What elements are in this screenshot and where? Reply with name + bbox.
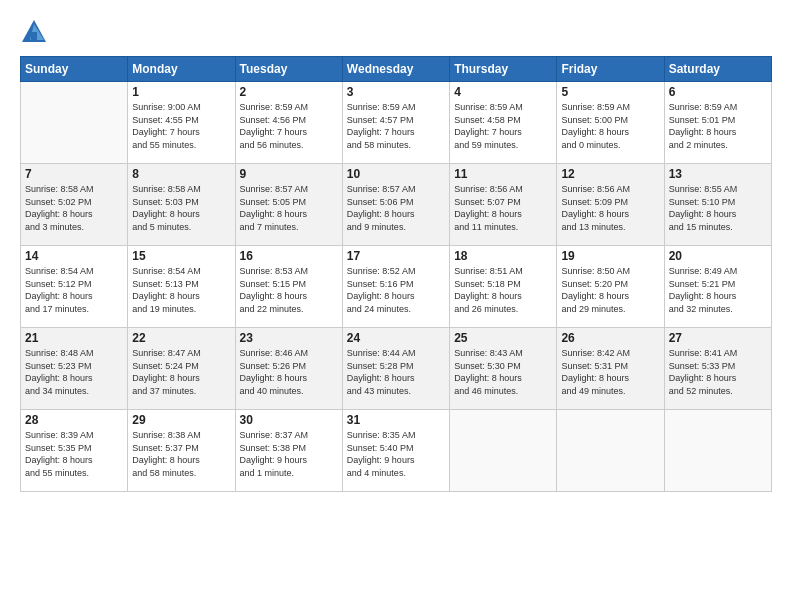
day-number: 19 [561,249,659,263]
day-info: Sunrise: 8:59 AM Sunset: 5:00 PM Dayligh… [561,101,659,151]
calendar-day-7: 7Sunrise: 8:58 AM Sunset: 5:02 PM Daylig… [21,164,128,246]
calendar: SundayMondayTuesdayWednesdayThursdayFrid… [20,56,772,492]
calendar-day-12: 12Sunrise: 8:56 AM Sunset: 5:09 PM Dayli… [557,164,664,246]
calendar-header-saturday: Saturday [664,57,771,82]
calendar-day-3: 3Sunrise: 8:59 AM Sunset: 4:57 PM Daylig… [342,82,449,164]
day-info: Sunrise: 8:43 AM Sunset: 5:30 PM Dayligh… [454,347,552,397]
day-info: Sunrise: 8:51 AM Sunset: 5:18 PM Dayligh… [454,265,552,315]
calendar-day-1: 1Sunrise: 9:00 AM Sunset: 4:55 PM Daylig… [128,82,235,164]
day-number: 22 [132,331,230,345]
day-number: 8 [132,167,230,181]
calendar-day-15: 15Sunrise: 8:54 AM Sunset: 5:13 PM Dayli… [128,246,235,328]
day-number: 13 [669,167,767,181]
day-number: 14 [25,249,123,263]
calendar-header-sunday: Sunday [21,57,128,82]
calendar-day-10: 10Sunrise: 8:57 AM Sunset: 5:06 PM Dayli… [342,164,449,246]
calendar-day-31: 31Sunrise: 8:35 AM Sunset: 5:40 PM Dayli… [342,410,449,492]
day-number: 24 [347,331,445,345]
day-info: Sunrise: 8:41 AM Sunset: 5:33 PM Dayligh… [669,347,767,397]
day-info: Sunrise: 8:54 AM Sunset: 5:13 PM Dayligh… [132,265,230,315]
calendar-header-tuesday: Tuesday [235,57,342,82]
calendar-week-row: 21Sunrise: 8:48 AM Sunset: 5:23 PM Dayli… [21,328,772,410]
day-info: Sunrise: 8:37 AM Sunset: 5:38 PM Dayligh… [240,429,338,479]
calendar-day-26: 26Sunrise: 8:42 AM Sunset: 5:31 PM Dayli… [557,328,664,410]
day-number: 18 [454,249,552,263]
day-info: Sunrise: 8:58 AM Sunset: 5:02 PM Dayligh… [25,183,123,233]
calendar-day-21: 21Sunrise: 8:48 AM Sunset: 5:23 PM Dayli… [21,328,128,410]
day-info: Sunrise: 8:49 AM Sunset: 5:21 PM Dayligh… [669,265,767,315]
day-number: 25 [454,331,552,345]
day-info: Sunrise: 8:47 AM Sunset: 5:24 PM Dayligh… [132,347,230,397]
calendar-day-14: 14Sunrise: 8:54 AM Sunset: 5:12 PM Dayli… [21,246,128,328]
day-number: 3 [347,85,445,99]
day-info: Sunrise: 8:58 AM Sunset: 5:03 PM Dayligh… [132,183,230,233]
calendar-week-row: 28Sunrise: 8:39 AM Sunset: 5:35 PM Dayli… [21,410,772,492]
calendar-week-row: 1Sunrise: 9:00 AM Sunset: 4:55 PM Daylig… [21,82,772,164]
day-number: 2 [240,85,338,99]
calendar-day-2: 2Sunrise: 8:59 AM Sunset: 4:56 PM Daylig… [235,82,342,164]
calendar-day-13: 13Sunrise: 8:55 AM Sunset: 5:10 PM Dayli… [664,164,771,246]
day-number: 5 [561,85,659,99]
day-number: 28 [25,413,123,427]
day-number: 17 [347,249,445,263]
day-number: 4 [454,85,552,99]
calendar-day-16: 16Sunrise: 8:53 AM Sunset: 5:15 PM Dayli… [235,246,342,328]
calendar-week-row: 7Sunrise: 8:58 AM Sunset: 5:02 PM Daylig… [21,164,772,246]
day-info: Sunrise: 8:59 AM Sunset: 4:58 PM Dayligh… [454,101,552,151]
calendar-day-20: 20Sunrise: 8:49 AM Sunset: 5:21 PM Dayli… [664,246,771,328]
calendar-header-thursday: Thursday [450,57,557,82]
day-number: 7 [25,167,123,181]
calendar-day-5: 5Sunrise: 8:59 AM Sunset: 5:00 PM Daylig… [557,82,664,164]
day-number: 21 [25,331,123,345]
day-number: 26 [561,331,659,345]
calendar-day-empty [664,410,771,492]
day-number: 12 [561,167,659,181]
day-number: 9 [240,167,338,181]
calendar-day-23: 23Sunrise: 8:46 AM Sunset: 5:26 PM Dayli… [235,328,342,410]
day-info: Sunrise: 9:00 AM Sunset: 4:55 PM Dayligh… [132,101,230,151]
logo [20,18,52,46]
calendar-day-4: 4Sunrise: 8:59 AM Sunset: 4:58 PM Daylig… [450,82,557,164]
logo-icon [20,18,48,46]
day-number: 10 [347,167,445,181]
calendar-day-30: 30Sunrise: 8:37 AM Sunset: 5:38 PM Dayli… [235,410,342,492]
day-number: 11 [454,167,552,181]
calendar-day-empty [21,82,128,164]
calendar-day-29: 29Sunrise: 8:38 AM Sunset: 5:37 PM Dayli… [128,410,235,492]
day-info: Sunrise: 8:35 AM Sunset: 5:40 PM Dayligh… [347,429,445,479]
day-info: Sunrise: 8:59 AM Sunset: 5:01 PM Dayligh… [669,101,767,151]
calendar-day-empty [557,410,664,492]
calendar-day-24: 24Sunrise: 8:44 AM Sunset: 5:28 PM Dayli… [342,328,449,410]
day-info: Sunrise: 8:57 AM Sunset: 5:06 PM Dayligh… [347,183,445,233]
calendar-day-6: 6Sunrise: 8:59 AM Sunset: 5:01 PM Daylig… [664,82,771,164]
day-number: 20 [669,249,767,263]
calendar-day-empty [450,410,557,492]
day-number: 31 [347,413,445,427]
day-info: Sunrise: 8:52 AM Sunset: 5:16 PM Dayligh… [347,265,445,315]
day-info: Sunrise: 8:46 AM Sunset: 5:26 PM Dayligh… [240,347,338,397]
calendar-day-25: 25Sunrise: 8:43 AM Sunset: 5:30 PM Dayli… [450,328,557,410]
day-number: 16 [240,249,338,263]
header [20,18,772,46]
day-info: Sunrise: 8:59 AM Sunset: 4:57 PM Dayligh… [347,101,445,151]
day-info: Sunrise: 8:50 AM Sunset: 5:20 PM Dayligh… [561,265,659,315]
calendar-day-27: 27Sunrise: 8:41 AM Sunset: 5:33 PM Dayli… [664,328,771,410]
day-info: Sunrise: 8:59 AM Sunset: 4:56 PM Dayligh… [240,101,338,151]
day-number: 15 [132,249,230,263]
calendar-header-row: SundayMondayTuesdayWednesdayThursdayFrid… [21,57,772,82]
page: SundayMondayTuesdayWednesdayThursdayFrid… [0,0,792,612]
calendar-day-22: 22Sunrise: 8:47 AM Sunset: 5:24 PM Dayli… [128,328,235,410]
day-info: Sunrise: 8:39 AM Sunset: 5:35 PM Dayligh… [25,429,123,479]
svg-rect-2 [31,32,37,40]
day-number: 1 [132,85,230,99]
calendar-day-28: 28Sunrise: 8:39 AM Sunset: 5:35 PM Dayli… [21,410,128,492]
day-number: 27 [669,331,767,345]
day-info: Sunrise: 8:56 AM Sunset: 5:07 PM Dayligh… [454,183,552,233]
calendar-day-18: 18Sunrise: 8:51 AM Sunset: 5:18 PM Dayli… [450,246,557,328]
day-info: Sunrise: 8:57 AM Sunset: 5:05 PM Dayligh… [240,183,338,233]
day-info: Sunrise: 8:38 AM Sunset: 5:37 PM Dayligh… [132,429,230,479]
day-info: Sunrise: 8:42 AM Sunset: 5:31 PM Dayligh… [561,347,659,397]
day-info: Sunrise: 8:48 AM Sunset: 5:23 PM Dayligh… [25,347,123,397]
day-number: 29 [132,413,230,427]
day-info: Sunrise: 8:54 AM Sunset: 5:12 PM Dayligh… [25,265,123,315]
